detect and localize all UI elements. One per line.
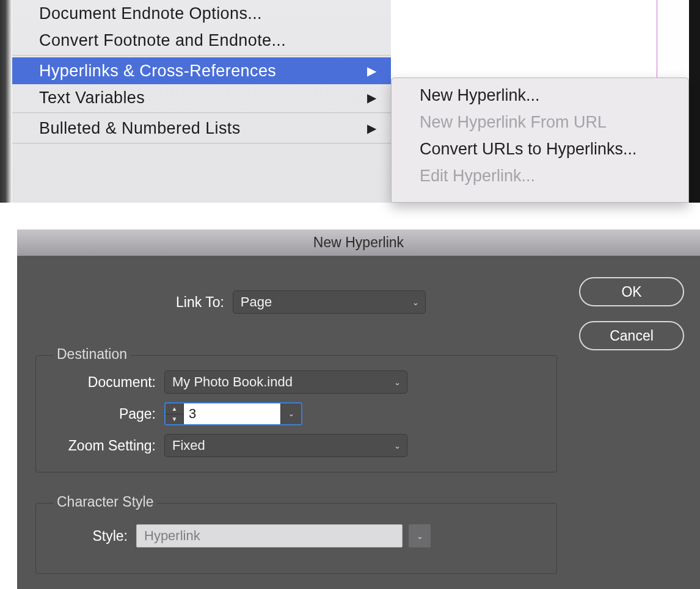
menu-separator: [12, 112, 391, 114]
menu-item-bulleted-numbered-lists[interactable]: Bulleted & Numbered Lists ▶: [12, 115, 391, 142]
style-dropdown-field: Hyperlink: [136, 524, 403, 547]
document-label: Document:: [73, 374, 156, 391]
menu-separator: [12, 55, 391, 56]
submenu-arrow-icon: ▶: [367, 90, 376, 105]
menu-left-shadow: [0, 0, 12, 203]
page-row: Page: ▲ ▼ ⌄: [73, 402, 302, 425]
dropdown-value: Fixed: [172, 438, 205, 453]
menu-item-hyperlinks-cross-references[interactable]: Hyperlinks & Cross-References ▶: [12, 57, 391, 84]
zoom-label: Zoom Setting:: [49, 438, 156, 454]
style-row: Style: Hyperlink ⌄: [87, 524, 431, 547]
document-row: Document: My Photo Book.indd ⌄: [73, 370, 407, 394]
menu-label: Hyperlinks & Cross-References: [39, 62, 276, 81]
submenu-item-edit-hyperlink: Edit Hyperlink...: [392, 162, 688, 189]
menu-item-text-variables[interactable]: Text Variables ▶: [12, 84, 391, 111]
zoom-dropdown[interactable]: Fixed ⌄: [164, 434, 407, 457]
dialog-body: OK Cancel Link To: Page ⌄ Destination Do…: [17, 256, 700, 589]
link-to-dropdown[interactable]: Page ⌄: [233, 291, 426, 314]
page-input[interactable]: [184, 403, 280, 424]
dropdown-value: Page: [241, 294, 272, 310]
dropdown-value: My Photo Book.indd: [172, 374, 293, 390]
submenu-item-new-hyperlink-from-url: New Hyperlink From URL: [392, 109, 688, 136]
type-menu: Document Document Endnote Options...Endn…: [12, 0, 391, 203]
submenu-item-new-hyperlink[interactable]: New Hyperlink...: [392, 82, 688, 109]
spinner-up-button[interactable]: ▲: [166, 403, 183, 414]
button-label: OK: [621, 284, 641, 300]
spinner-buttons: ▲ ▼: [166, 403, 184, 424]
submenu-label: Convert URLs to Hyperlinks...: [420, 140, 637, 159]
menu-item-convert-footnote-endnote[interactable]: Convert Footnote and Endnote...Convert F…: [12, 27, 391, 54]
submenu-label: Edit Hyperlink...: [420, 167, 535, 186]
hyperlinks-submenu: New Hyperlink... New Hyperlink From URL …: [391, 78, 689, 203]
chevron-down-icon: ⌄: [412, 298, 419, 307]
page-spinner: ▲ ▼ ⌄: [164, 402, 302, 425]
link-to-row: Link To: Page ⌄: [176, 291, 426, 314]
chevron-down-icon: ⌄: [288, 410, 294, 418]
canvas-pasteboard: [657, 0, 689, 79]
menu-item-endnote-options[interactable]: Document Document Endnote Options...Endn…: [12, 0, 391, 27]
document-canvas: [391, 0, 660, 82]
destination-fieldset: Destination Document: My Photo Book.indd…: [35, 355, 557, 472]
fieldset-legend: Destination: [53, 346, 131, 363]
new-hyperlink-dialog: New Hyperlink OK Cancel Link To: Page ⌄ …: [17, 229, 700, 589]
submenu-arrow-icon: ▶: [367, 121, 376, 136]
style-dropdown-button[interactable]: ⌄: [409, 524, 431, 547]
menu-label: Bulleted & Numbered Lists: [39, 119, 241, 138]
dialog-titlebar: New Hyperlink: [17, 229, 700, 256]
ok-button[interactable]: OK: [579, 277, 684, 306]
button-label: Cancel: [610, 328, 654, 344]
page-dropdown-arrow[interactable]: ⌄: [280, 403, 301, 424]
menu-screenshot: Document Document Endnote Options...Endn…: [0, 0, 700, 203]
chevron-down-icon: ⌄: [394, 378, 401, 387]
style-label: Style:: [87, 528, 128, 544]
canvas-dark-edge: [689, 0, 700, 203]
cancel-button[interactable]: Cancel: [579, 321, 684, 350]
submenu-label: New Hyperlink...: [420, 86, 540, 105]
chevron-down-icon: ⌄: [417, 532, 423, 541]
page-label: Page:: [73, 406, 156, 422]
document-dropdown[interactable]: My Photo Book.indd ⌄: [164, 370, 407, 394]
spinner-down-button[interactable]: ▼: [166, 414, 183, 425]
fieldset-legend: Character Style: [53, 494, 158, 510]
dialog-title: New Hyperlink: [313, 234, 404, 251]
menu-separator: [12, 143, 391, 144]
zoom-row: Zoom Setting: Fixed ⌄: [49, 434, 407, 457]
dialog-button-column: OK Cancel: [579, 277, 684, 365]
chevron-down-icon: ⌄: [394, 441, 401, 450]
link-to-label: Link To:: [176, 294, 224, 311]
menu-label: Text Variables: [39, 89, 145, 107]
dropdown-value: Hyperlink: [144, 528, 200, 544]
character-style-fieldset: Character Style Style: Hyperlink ⌄: [35, 503, 557, 574]
submenu-label: New Hyperlink From URL: [420, 113, 607, 132]
submenu-item-convert-urls[interactable]: Convert URLs to Hyperlinks...: [392, 136, 688, 162]
submenu-arrow-icon: ▶: [367, 63, 376, 78]
